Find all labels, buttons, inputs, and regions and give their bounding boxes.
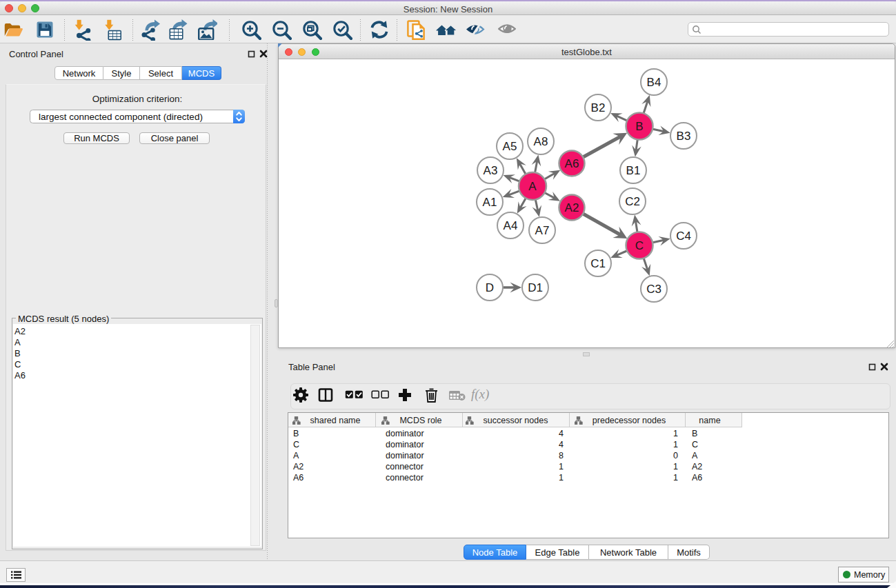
svg-text:C3: C3 — [646, 283, 661, 296]
svg-text:A3: A3 — [484, 164, 498, 177]
svg-text:A5: A5 — [503, 140, 517, 153]
svg-text:B4: B4 — [647, 76, 661, 89]
svg-text:A6: A6 — [565, 157, 579, 170]
svg-text:A2: A2 — [565, 201, 579, 214]
svg-text:C: C — [635, 239, 644, 252]
svg-text:A7: A7 — [535, 224, 550, 237]
svg-text:C4: C4 — [676, 230, 691, 243]
svg-text:A8: A8 — [534, 135, 548, 148]
svg-text:B1: B1 — [626, 164, 641, 177]
svg-text:D: D — [486, 281, 494, 294]
svg-text:B2: B2 — [591, 101, 606, 114]
svg-text:B3: B3 — [677, 130, 691, 143]
svg-text:C1: C1 — [590, 257, 606, 270]
svg-text:D1: D1 — [528, 281, 543, 294]
svg-text:A: A — [528, 180, 537, 193]
svg-text:B: B — [635, 120, 643, 133]
svg-text:A1: A1 — [483, 196, 497, 209]
svg-text:C2: C2 — [625, 195, 640, 208]
svg-text:A4: A4 — [504, 219, 518, 232]
